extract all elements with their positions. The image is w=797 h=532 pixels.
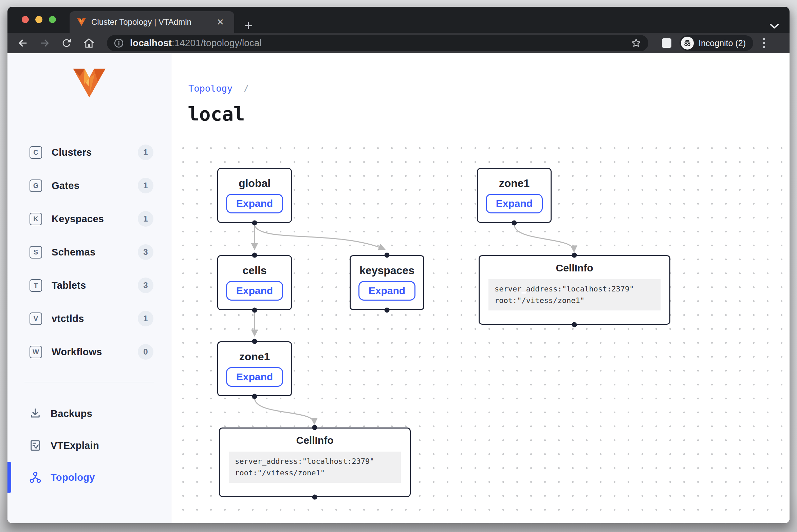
browser-menu-icon[interactable] bbox=[762, 36, 766, 50]
sidebar-item-workflows[interactable]: W Workflows 0 bbox=[7, 335, 171, 368]
sidebar-item-label: Tablets bbox=[52, 280, 86, 291]
node-title: CellInfo bbox=[220, 435, 410, 446]
page-title: local bbox=[188, 103, 245, 125]
node-cells[interactable]: cells Expand bbox=[217, 255, 292, 310]
back-icon[interactable] bbox=[16, 36, 30, 50]
breadcrumb: Topology / bbox=[188, 83, 249, 94]
port-zone1-bottom-top bbox=[252, 339, 257, 344]
port-cellinfo-right-top bbox=[572, 253, 577, 258]
expand-button[interactable]: Expand bbox=[226, 281, 283, 301]
close-window-button[interactable] bbox=[22, 16, 29, 23]
node-global[interactable]: global Expand bbox=[217, 168, 292, 223]
count-badge: 3 bbox=[138, 278, 153, 293]
sidebar-item-gates[interactable]: G Gates 1 bbox=[7, 169, 171, 202]
count-badge: 1 bbox=[138, 211, 153, 227]
edge-zone1-cellinfo-bottom bbox=[255, 398, 314, 423]
node-cellinfo-right[interactable]: CellInfo server_address:"localhost:2379"… bbox=[479, 255, 670, 325]
node-zone1-top[interactable]: zone1 Expand bbox=[477, 168, 552, 223]
sidebar-item-topology[interactable]: Topology bbox=[7, 461, 171, 493]
expand-button[interactable]: Expand bbox=[358, 281, 415, 301]
sidebar-item-label: Topology bbox=[51, 472, 95, 483]
tablets-letter-icon: T bbox=[30, 279, 42, 292]
bookmark-star-icon[interactable] bbox=[631, 38, 642, 49]
address-bar[interactable]: localhost:14201/topology/local bbox=[107, 35, 648, 51]
port-zone1-top-bottom bbox=[512, 221, 517, 226]
sidebar-item-keyspaces[interactable]: K Keyspaces 1 bbox=[7, 202, 171, 235]
site-info-icon[interactable] bbox=[114, 38, 124, 48]
count-badge: 1 bbox=[138, 145, 153, 160]
topology-icon bbox=[29, 471, 42, 484]
sidebar-item-label: Clusters bbox=[52, 147, 92, 158]
port-cells-bottom bbox=[252, 308, 257, 313]
incognito-label: Incognito (2) bbox=[699, 38, 746, 48]
page-content: C Clusters 1 G Gates 1 K Keyspaces 1 bbox=[7, 53, 790, 523]
browser-window: Cluster Topology | VTAdmin ✕ + bbox=[7, 7, 790, 523]
sidebar-item-tablets[interactable]: T Tablets 3 bbox=[7, 269, 171, 302]
expand-button[interactable]: Expand bbox=[226, 194, 283, 213]
vitess-logo bbox=[72, 68, 106, 98]
reload-icon[interactable] bbox=[60, 36, 73, 50]
sidebar-item-label: vtctlds bbox=[52, 313, 84, 324]
sidebar-item-label: Workflows bbox=[52, 346, 102, 358]
browser-toolbar: localhost:14201/topology/local Incogn bbox=[7, 33, 790, 53]
breadcrumb-separator: / bbox=[243, 83, 249, 94]
port-cellinfo-bottom-bottom bbox=[312, 495, 317, 500]
node-title: zone1 bbox=[239, 350, 270, 363]
node-title: cells bbox=[242, 264, 266, 277]
tab-title: Cluster Topology | VTAdmin bbox=[91, 17, 214, 27]
node-zone1-bottom[interactable]: zone1 Expand bbox=[217, 341, 292, 396]
port-cellinfo-bottom-top bbox=[312, 425, 317, 430]
workflows-letter-icon: W bbox=[30, 346, 42, 358]
clusters-letter-icon: C bbox=[30, 146, 42, 159]
node-title: keyspaces bbox=[359, 264, 414, 277]
breadcrumb-topology-link[interactable]: Topology bbox=[188, 83, 233, 94]
count-badge: 3 bbox=[138, 244, 153, 260]
sidebar-item-label: Backups bbox=[51, 408, 92, 419]
incognito-badge[interactable]: Incognito (2) bbox=[680, 35, 753, 51]
zoom-window-button[interactable] bbox=[49, 16, 56, 23]
edge-zone1-cellinfo-right bbox=[514, 225, 574, 251]
port-global-bottom bbox=[252, 221, 257, 226]
chevron-down-icon[interactable] bbox=[769, 23, 779, 29]
download-icon bbox=[29, 407, 42, 420]
expand-button[interactable]: Expand bbox=[226, 367, 283, 387]
incognito-icon bbox=[681, 37, 694, 50]
screenshot-stage: Cluster Topology | VTAdmin ✕ + bbox=[0, 0, 797, 532]
sidebar-item-clusters[interactable]: C Clusters 1 bbox=[7, 136, 171, 169]
sidebar-item-backups[interactable]: Backups bbox=[7, 398, 171, 430]
sidebar-divider bbox=[24, 382, 154, 382]
node-keyspaces[interactable]: keyspaces Expand bbox=[350, 255, 424, 310]
sidebar-item-vtexplain[interactable]: VTExplain bbox=[7, 430, 171, 461]
sidebar-tools: Backups VTExplain bbox=[7, 398, 171, 493]
window-controls bbox=[22, 16, 56, 23]
tab-close-icon[interactable]: ✕ bbox=[214, 16, 227, 28]
sidebar-item-label: Gates bbox=[52, 180, 79, 191]
vitess-favicon-icon bbox=[77, 18, 86, 26]
main-panel: Topology / local bbox=[171, 53, 790, 523]
home-icon[interactable] bbox=[82, 36, 96, 50]
node-cellinfo-bottom[interactable]: CellInfo server_address:"localhost:2379"… bbox=[219, 428, 411, 497]
sidebar: C Clusters 1 G Gates 1 K Keyspaces 1 bbox=[7, 53, 171, 523]
url-text[interactable]: localhost:14201/topology/local bbox=[130, 38, 262, 49]
tab-strip: Cluster Topology | VTAdmin ✕ + bbox=[7, 7, 790, 33]
count-badge: 1 bbox=[138, 178, 153, 193]
sidebar-item-schemas[interactable]: S Schemas 3 bbox=[7, 235, 171, 269]
port-keyspaces-bottom bbox=[385, 308, 390, 313]
forward-icon[interactable] bbox=[38, 36, 52, 50]
port-keyspaces-top bbox=[385, 253, 390, 258]
new-tab-button[interactable]: + bbox=[242, 20, 255, 33]
browser-tab[interactable]: Cluster Topology | VTAdmin ✕ bbox=[70, 11, 234, 33]
expand-button[interactable]: Expand bbox=[486, 194, 543, 213]
gates-letter-icon: G bbox=[30, 179, 42, 192]
code-line: server_address:"localhost:2379" bbox=[495, 283, 654, 295]
sidebar-item-vtctlds[interactable]: V vtctlds 1 bbox=[7, 302, 171, 335]
node-title: zone1 bbox=[499, 177, 530, 190]
sidebar-item-label: VTExplain bbox=[51, 440, 99, 451]
minimize-window-button[interactable] bbox=[35, 16, 42, 23]
side-panel-icon[interactable] bbox=[662, 38, 671, 48]
port-cells-top bbox=[252, 253, 257, 258]
node-title: CellInfo bbox=[480, 262, 669, 274]
topology-canvas[interactable]: global Expand zone1 Expand cells Expand … bbox=[171, 139, 790, 523]
port-cellinfo-right-bottom bbox=[572, 322, 577, 327]
schemas-letter-icon: S bbox=[30, 246, 42, 259]
